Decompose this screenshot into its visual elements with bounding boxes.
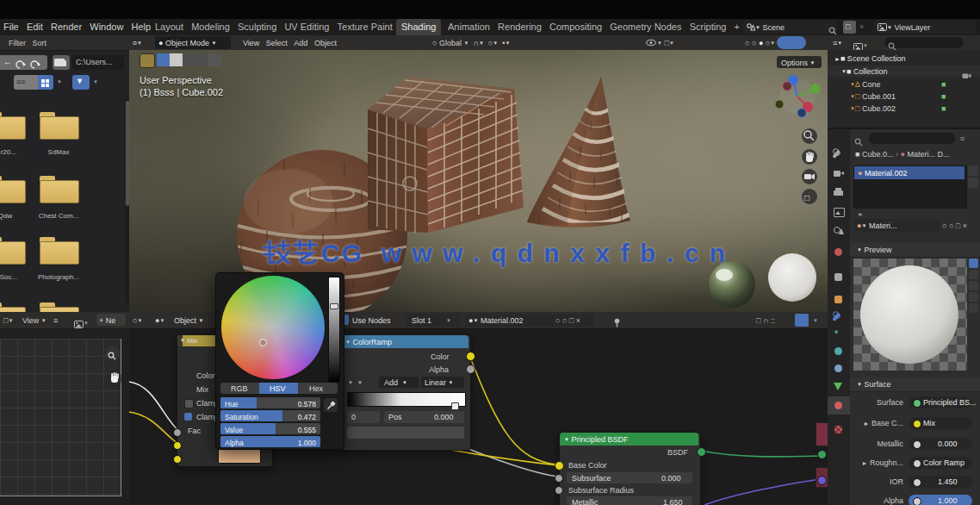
svg-text:□: □ (804, 193, 809, 203)
